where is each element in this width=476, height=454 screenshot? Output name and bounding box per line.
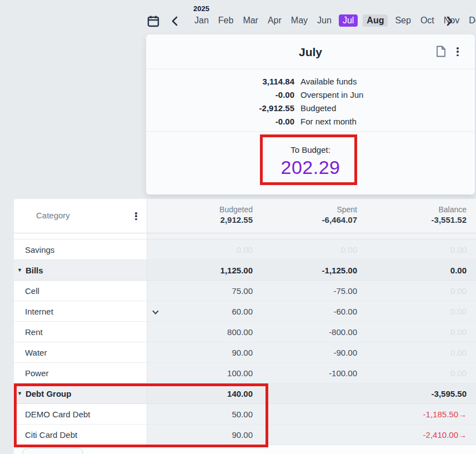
category-cell[interactable]: ▼ Citi Card Debt [14, 425, 147, 445]
balance-cell[interactable]: 0.00 [357, 348, 467, 357]
category-cell[interactable]: ▼ Water [14, 342, 147, 362]
category-cell[interactable]: ▼ Savings [14, 240, 147, 260]
collapse-triangle-icon[interactable]: ▼ [17, 391, 22, 396]
month-title: July [146, 34, 475, 69]
month-jan[interactable]: Jan [192, 14, 211, 27]
balance-total: -3,551.52 [357, 215, 467, 224]
collapse-triangle-icon[interactable]: ▼ [17, 267, 22, 273]
summary-value: 3,114.84 [146, 75, 294, 88]
spent-column-header: Spent -6,464.07 [253, 205, 357, 233]
summary-label: Budgeted [300, 102, 336, 115]
spent-cell[interactable]: -60.00 [253, 307, 357, 316]
category-cell[interactable]: ▼ Bills [14, 260, 147, 280]
spent-cell[interactable]: -1,125.00 [253, 266, 357, 275]
category-name: Rent [25, 327, 43, 337]
summary-label: Available funds [300, 75, 357, 88]
card-header: July [146, 34, 475, 69]
month-dec[interactable]: Dec [467, 14, 476, 27]
month-mar[interactable]: Mar [240, 14, 260, 27]
month-sep[interactable]: Sep [393, 14, 413, 27]
chevron-left-icon[interactable] [171, 16, 179, 26]
notes-document-icon[interactable] [436, 46, 446, 57]
spent-cell[interactable]: 0.00 [253, 245, 357, 255]
month-apr[interactable]: Apr [265, 14, 284, 27]
summary-label: For next month [300, 115, 357, 128]
add-group-button-partial[interactable] [22, 448, 83, 454]
budgeted-cell[interactable]: 0.00 [147, 245, 253, 255]
month-aug[interactable]: Aug [363, 14, 388, 27]
category-name: Internet [25, 307, 53, 316]
category-cell[interactable]: ▼ DEMO Card Debt [14, 404, 147, 424]
table-row: ▼ Debt Group 140.00 -3,595.50 [14, 383, 476, 404]
category-cell[interactable]: ▼ Internet [14, 301, 147, 321]
category-name: Bills [26, 266, 43, 275]
table-row: ▼ Power 100.00 -100.00 0.00 [14, 363, 476, 383]
balance-cell[interactable]: 0.00 [357, 307, 467, 316]
budgeted-cell[interactable]: 100.00 [147, 368, 253, 378]
budgeted-column-header: Budgeted 2,912.55 [147, 205, 253, 233]
summary-label: Overspent in Jun [300, 88, 363, 102]
table-row: ▼ Water 90.00 -90.00 0.00 [14, 342, 476, 363]
table-row: ▼ Cell 75.00 -75.00 0.00 [14, 281, 476, 301]
funds-summary: 3,114.84Available funds-0.00Overspent in… [146, 69, 475, 132]
balance-cell[interactable]: 0.00 [357, 286, 467, 296]
budgeted-cell[interactable]: 50.00 [147, 410, 253, 419]
balance-cell[interactable]: 0.00 [357, 327, 467, 337]
to-budget-value[interactable]: 202.29 [146, 157, 475, 178]
months-row: JanFebMarAprMayJunJulAugSepOctNovDec [192, 14, 476, 27]
month-may[interactable]: May [289, 14, 310, 27]
budget-app: 2025 JanFebMarAprMayJunJulAugSepOctNovDe… [0, 0, 476, 454]
category-name: DEMO Card Debt [25, 410, 91, 419]
balance-cell[interactable]: -2,410.00→ [357, 430, 467, 440]
month-oct[interactable]: Oct [418, 14, 437, 27]
category-kebab-menu-icon[interactable] [134, 212, 138, 221]
month-jul[interactable]: Jul [339, 14, 358, 27]
category-cell[interactable]: ▼ Rent [14, 322, 147, 342]
category-name: Cell [25, 286, 39, 296]
table-row: ▼ Internet 60.00 -60.00 0.00 [14, 301, 476, 322]
spent-cell[interactable]: -800.00 [253, 327, 357, 337]
balance-cell[interactable]: 0.00 [357, 266, 467, 275]
balance-cell[interactable]: -3,595.50 [357, 389, 467, 398]
balance-column-header: Balance -3,551.52 [357, 205, 467, 233]
budgeted-cell[interactable]: 60.00 [147, 307, 253, 316]
balance-cell[interactable]: 0.00 [357, 245, 467, 255]
table-rows: ▼ Savings 0.00 0.00 0.00 ▼ Bills 1,125.0… [14, 240, 476, 445]
table-row: ▼ Rent 800.00 -800.00 0.00 [14, 322, 476, 342]
budgeted-cell[interactable]: 800.00 [147, 327, 253, 337]
to-budget-label: To Budget: [146, 145, 475, 154]
budgeted-cell[interactable]: 90.00 [147, 430, 253, 440]
spent-total: -6,464.07 [253, 215, 357, 224]
table-row: ▼ Savings 0.00 0.00 0.00 [14, 240, 476, 260]
category-name: Savings [25, 245, 54, 255]
budgeted-total: 2,912.55 [147, 215, 253, 224]
category-column-header: Category [14, 199, 147, 233]
category-cell[interactable]: ▼ Cell [14, 281, 147, 301]
month-jun[interactable]: Jun [315, 14, 334, 27]
summary-value: -0.00 [146, 88, 294, 102]
category-cell[interactable]: ▼ Power [14, 363, 147, 383]
table-row: ▼ Citi Card Debt 90.00 -2,410.00→ [14, 425, 476, 445]
totals-header: Budgeted 2,912.55 Spent -6,464.07 Balanc… [147, 199, 476, 233]
spent-cell[interactable]: -100.00 [253, 368, 357, 378]
year-label: 2025 [193, 4, 209, 13]
category-name: Water [25, 348, 47, 357]
category-cell[interactable]: ▼ Debt Group [14, 383, 147, 403]
calendar-icon[interactable] [147, 15, 159, 27]
month-feb[interactable]: Feb [216, 14, 236, 27]
summary-value: -2,912.55 [146, 102, 294, 115]
budgeted-cell[interactable]: 1,125.00 [147, 266, 253, 275]
category-name: Power [25, 368, 49, 378]
table-header: Category Budgeted 2,912.55 Spent -6,464.… [14, 199, 476, 233]
table-row: ▼ Bills 1,125.00 -1,125.00 0.00 [14, 260, 476, 281]
budgeted-cell[interactable]: 140.00 [147, 389, 253, 398]
spent-cell[interactable]: -75.00 [253, 286, 357, 296]
spent-cell[interactable]: -90.00 [253, 348, 357, 357]
balance-cell[interactable]: -1,185.50→ [357, 410, 467, 419]
budgeted-cell[interactable]: 90.00 [147, 348, 253, 357]
budgeted-cell[interactable]: 75.00 [147, 286, 253, 296]
month-selector-bar: 2025 JanFebMarAprMayJunJulAugSepOctNovDe… [146, 0, 476, 31]
kebab-menu-icon[interactable] [455, 47, 460, 57]
balance-cell[interactable]: 0.00 [357, 368, 467, 378]
chevron-right-icon[interactable] [445, 16, 454, 26]
